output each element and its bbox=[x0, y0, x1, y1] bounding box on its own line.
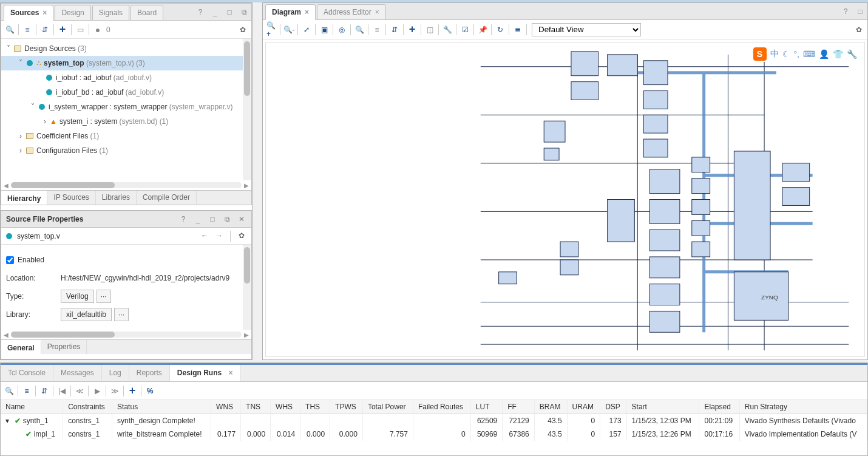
col-name[interactable]: Name bbox=[1, 400, 63, 414]
col-total-power[interactable]: Total Power bbox=[362, 400, 413, 414]
col-status[interactable]: Status bbox=[112, 400, 211, 414]
tree-row-coef[interactable]: › Coefficient Files (1) bbox=[1, 129, 251, 143]
diagram-canvas[interactable]: ZYNQ S 中 ☾ °, ⌨ 👤 👕 🔧 bbox=[265, 42, 865, 357]
tree-row-system-wrapper[interactable]: ˅ i_system_wrapper : system_wrapper (sys… bbox=[1, 100, 251, 114]
maximize-icon[interactable]: □ bbox=[855, 7, 865, 16]
library-more-button[interactable]: ··· bbox=[114, 308, 129, 321]
type-more-button[interactable]: ··· bbox=[97, 290, 111, 303]
gear-icon[interactable]: ✿ bbox=[238, 25, 248, 35]
close-icon[interactable]: × bbox=[375, 8, 379, 16]
close-icon[interactable]: × bbox=[305, 8, 309, 16]
table-row[interactable]: ▾ ✔ synth_1constrs_1synth_design Complet… bbox=[1, 414, 867, 428]
add-run-icon[interactable]: + bbox=[127, 386, 137, 396]
zoom-in-icon[interactable]: 🔍+ bbox=[266, 25, 276, 35]
bp-tab-log[interactable]: Log bbox=[102, 365, 129, 381]
restore-icon[interactable]: ⧉ bbox=[222, 214, 232, 224]
stairs-icon[interactable]: ◫ bbox=[425, 25, 435, 35]
col-constraints[interactable]: Constraints bbox=[63, 400, 112, 414]
btab-ip-sources[interactable]: IP Sources bbox=[47, 191, 95, 205]
add-block-icon[interactable]: + bbox=[407, 25, 417, 35]
forward-icon[interactable]: → bbox=[214, 231, 224, 240]
search-icon[interactable]: 🔍 bbox=[354, 25, 364, 35]
pin-icon[interactable]: 📌 bbox=[478, 25, 487, 35]
search-icon[interactable]: 🔍 bbox=[4, 386, 14, 396]
chevron-down-icon[interactable]: ˅ bbox=[29, 103, 36, 111]
minimize-icon[interactable]: _ bbox=[210, 7, 220, 17]
gear-icon[interactable]: ✿ bbox=[854, 25, 864, 35]
col-tpws[interactable]: TPWS bbox=[330, 400, 363, 414]
col-bram[interactable]: BRAM bbox=[534, 400, 567, 414]
sort-icon[interactable]: ⇵ bbox=[390, 25, 399, 35]
col-failed-routes[interactable]: Failed Routes bbox=[413, 400, 470, 414]
validate-icon[interactable]: ☑ bbox=[460, 25, 470, 35]
col-dsp[interactable]: DSP bbox=[600, 400, 626, 414]
tree-row-system-i[interactable]: › ▲ system_i : system (system.bd) (1) bbox=[1, 114, 251, 129]
chevron-down-icon[interactable]: ˅ bbox=[17, 59, 24, 67]
minimize-icon[interactable]: _ bbox=[193, 214, 203, 224]
close-icon[interactable]: ✕ bbox=[237, 214, 246, 224]
bp-tab-reports[interactable]: Reports bbox=[129, 365, 170, 381]
bp-tab-tcl[interactable]: Tcl Console bbox=[1, 365, 53, 381]
restore-icon[interactable]: ⧉ bbox=[239, 7, 249, 17]
chevron-right-icon[interactable]: › bbox=[17, 132, 24, 140]
prev-icon[interactable]: ≪ bbox=[75, 386, 84, 396]
layers-icon[interactable]: ≣ bbox=[513, 25, 523, 35]
regenerate-icon[interactable]: ↻ bbox=[495, 25, 505, 35]
btab-hierarchy[interactable]: Hierarchy bbox=[1, 191, 47, 205]
back-icon[interactable]: ← bbox=[200, 231, 209, 240]
btab-libraries[interactable]: Libraries bbox=[96, 191, 137, 205]
help-icon[interactable]: ? bbox=[841, 7, 850, 16]
doc-icon[interactable]: ▭ bbox=[75, 25, 85, 35]
ime-moon-icon[interactable]: ☾ bbox=[782, 49, 790, 59]
ime-user-icon[interactable]: 👤 bbox=[819, 49, 829, 59]
wrench-icon[interactable]: 🔧 bbox=[442, 25, 452, 35]
col-lut[interactable]: LUT bbox=[470, 400, 502, 414]
col-elapsed[interactable]: Elapsed bbox=[699, 400, 739, 414]
search-icon[interactable]: 🔍 bbox=[5, 25, 15, 35]
design-runs-table[interactable]: NameConstraintsStatusWNSTNSWHSTHSTPWSTot… bbox=[1, 400, 867, 455]
add-source-icon[interactable]: + bbox=[58, 25, 67, 35]
tree-row-iobuf[interactable]: i_iobuf : ad_iobuf (ad_iobuf.v) bbox=[1, 70, 251, 85]
ime-skin-icon[interactable]: 👕 bbox=[833, 49, 843, 59]
bp-tab-design-runs[interactable]: Design Runs × bbox=[170, 365, 241, 381]
ime-keyboard-icon[interactable]: ⌨ bbox=[803, 49, 815, 59]
close-icon[interactable]: × bbox=[228, 369, 232, 377]
tree-row-design-sources[interactable]: ˅ Design Sources (3) bbox=[1, 41, 251, 56]
help-icon[interactable]: ? bbox=[178, 214, 188, 224]
tab-sources[interactable]: Sources× bbox=[4, 5, 53, 21]
tree-row-conf[interactable]: › Configuration Files (1) bbox=[1, 143, 251, 158]
col-uram[interactable]: URAM bbox=[567, 400, 600, 414]
col-wns[interactable]: WNS bbox=[211, 400, 241, 414]
zoom-out-icon[interactable]: 🔍- bbox=[284, 25, 294, 35]
tab-signals[interactable]: Signals bbox=[92, 5, 129, 21]
tree-row-system-top[interactable]: ˅ ∴ system_top (system_top.v) (3) bbox=[1, 56, 251, 70]
gear-icon[interactable]: ✿ bbox=[237, 231, 246, 240]
ime-settings-icon[interactable]: 🔧 bbox=[847, 49, 857, 59]
ime-lang-icon[interactable]: 中 bbox=[770, 49, 779, 60]
vertical-scrollbar[interactable] bbox=[243, 245, 251, 330]
collapse-all-icon[interactable]: ≡ bbox=[22, 25, 32, 35]
help-icon[interactable]: ? bbox=[195, 7, 205, 17]
percent-icon[interactable]: % bbox=[145, 386, 155, 396]
view-select[interactable]: Default View bbox=[532, 23, 641, 36]
select-area-icon[interactable]: ▣ bbox=[319, 25, 329, 35]
col-start[interactable]: Start bbox=[626, 400, 699, 414]
btab-general[interactable]: General bbox=[1, 340, 41, 354]
tree-row-iobuf-bd[interactable]: i_iobuf_bd : ad_iobuf (ad_iobuf.v) bbox=[1, 85, 251, 100]
collapse-all-icon[interactable]: ≡ bbox=[22, 386, 32, 396]
maximize-icon[interactable]: □ bbox=[208, 214, 217, 224]
horizontal-scrollbar[interactable]: ◀▶ bbox=[1, 180, 251, 190]
collapse-icon[interactable]: ≡ bbox=[372, 25, 382, 35]
col-whs[interactable]: WHS bbox=[271, 400, 300, 414]
fit-icon[interactable]: ⤢ bbox=[302, 25, 311, 35]
col-ff[interactable]: FF bbox=[503, 400, 534, 414]
enabled-checkbox[interactable] bbox=[6, 256, 14, 264]
chevron-right-icon[interactable]: › bbox=[41, 117, 49, 126]
tab-address-editor[interactable]: Address Editor× bbox=[317, 4, 386, 20]
btab-properties[interactable]: Properties bbox=[41, 340, 87, 354]
sogou-icon[interactable]: S bbox=[753, 47, 767, 61]
col-ths[interactable]: THS bbox=[300, 400, 330, 414]
table-row[interactable]: ✔ impl_1constrs_1write_bitstream Complet… bbox=[1, 427, 867, 441]
first-icon[interactable]: |◀ bbox=[57, 386, 67, 396]
value-type[interactable]: Verilog bbox=[61, 290, 94, 303]
